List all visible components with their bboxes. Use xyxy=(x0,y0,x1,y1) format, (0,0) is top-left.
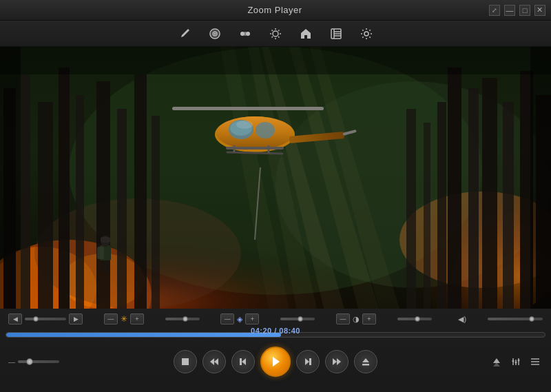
svg-rect-79 xyxy=(182,358,189,365)
volume-icon: — xyxy=(8,358,15,366)
svg-rect-78 xyxy=(530,47,551,309)
svg-marker-87 xyxy=(333,358,337,365)
audio-icon[interactable] xyxy=(205,24,225,43)
color-slider[interactable] xyxy=(280,318,315,320)
center-controls xyxy=(174,347,377,377)
maximize-button[interactable]: □ xyxy=(519,5,530,16)
prev-track-button[interactable] xyxy=(231,350,255,373)
contrast-slider[interactable] xyxy=(397,318,432,320)
svg-marker-89 xyxy=(362,358,369,362)
seek-left-button[interactable]: ◀ xyxy=(8,313,22,324)
svg-rect-76 xyxy=(0,47,551,74)
progress-area: 04:20 / 08:40 xyxy=(6,328,545,342)
svg-line-13 xyxy=(278,37,280,38)
effects-icon[interactable] xyxy=(236,24,255,43)
minimize-button[interactable]: — xyxy=(504,5,515,16)
time-separator: / xyxy=(272,327,280,335)
toolbar xyxy=(0,21,551,47)
svg-line-15 xyxy=(272,37,273,38)
next-track-button[interactable] xyxy=(296,350,320,373)
seek-right-button[interactable]: ▶ xyxy=(69,313,83,324)
contrast-group: — ◑ + xyxy=(336,313,376,324)
progress-fill xyxy=(6,333,281,337)
svg-marker-88 xyxy=(337,358,341,365)
home-icon[interactable] xyxy=(296,24,315,43)
current-time: 04:20 xyxy=(251,327,272,335)
speaker-icon: ◀) xyxy=(458,315,466,324)
svg-line-12 xyxy=(272,30,273,31)
color-group: — ◈ + xyxy=(220,313,259,324)
window-title: Zoom Player xyxy=(247,5,302,15)
close-button[interactable]: ✕ xyxy=(534,5,545,16)
svg-rect-77 xyxy=(0,47,21,309)
playlist-button[interactable] xyxy=(528,354,543,369)
settings-icon[interactable] xyxy=(357,24,376,43)
equalizer-button[interactable] xyxy=(508,354,523,369)
svg-point-6 xyxy=(243,32,247,36)
brightness-increase[interactable]: + xyxy=(130,313,144,324)
seek-group: ◀ ▶ xyxy=(8,313,83,324)
playback-row: — xyxy=(6,344,545,379)
color-increase[interactable]: + xyxy=(245,313,259,324)
brightness-decrease[interactable]: — xyxy=(104,313,118,324)
svg-point-2 xyxy=(214,33,216,34)
svg-point-96 xyxy=(512,360,514,362)
slider-row: ◀ ▶ — ✳ + — ◈ + — ◑ + xyxy=(6,311,545,327)
svg-rect-75 xyxy=(0,47,551,309)
restore-button[interactable]: ⤢ xyxy=(489,5,500,16)
play-button[interactable] xyxy=(260,347,291,377)
right-controls xyxy=(481,354,543,369)
title-bar-controls: ⤢ — □ ✕ xyxy=(489,5,545,16)
video-background xyxy=(0,47,551,309)
svg-marker-84 xyxy=(273,357,280,367)
svg-point-7 xyxy=(273,31,278,37)
brush-icon[interactable] xyxy=(175,24,194,43)
controls-area: ◀ ▶ — ✳ + — ◈ + — ◑ + xyxy=(0,309,551,392)
volume-area: — xyxy=(8,358,70,366)
volume-thumb xyxy=(26,358,33,365)
contrast-decrease[interactable]: — xyxy=(336,313,350,324)
brightness-slider[interactable] xyxy=(165,318,200,320)
svg-marker-82 xyxy=(242,358,246,365)
book-icon[interactable] xyxy=(326,24,346,43)
svg-point-21 xyxy=(364,32,368,36)
title-bar: Zoom Player ⤢ — □ ✕ xyxy=(0,0,551,21)
stop-button[interactable] xyxy=(174,350,197,373)
contrast-thumb xyxy=(415,316,420,322)
svg-rect-86 xyxy=(309,358,311,365)
svg-marker-91 xyxy=(493,358,500,363)
audio-slider[interactable] xyxy=(488,318,543,320)
volume-slider[interactable] xyxy=(18,360,59,363)
contrast-increase[interactable]: + xyxy=(362,313,376,324)
eject-button[interactable] xyxy=(354,350,377,373)
svg-marker-81 xyxy=(214,358,218,365)
color-thumb xyxy=(298,316,303,322)
svg-point-98 xyxy=(518,360,520,362)
rewind-button[interactable] xyxy=(202,350,226,373)
progress-time: 04:20 / 08:40 xyxy=(251,327,300,335)
fast-forward-button[interactable] xyxy=(325,350,349,373)
audio-group: ◀) xyxy=(458,315,466,324)
svg-rect-83 xyxy=(240,358,242,365)
video-area[interactable] xyxy=(0,47,551,309)
svg-point-97 xyxy=(515,362,517,364)
forest-overlay xyxy=(0,47,551,309)
sun-icon: ✳ xyxy=(121,314,127,324)
color-decrease[interactable]: — xyxy=(220,313,234,324)
svg-marker-85 xyxy=(305,358,309,365)
brightness-thumb xyxy=(183,316,188,322)
svg-marker-80 xyxy=(210,358,214,365)
svg-rect-90 xyxy=(362,364,369,366)
seek-slider[interactable] xyxy=(25,318,66,320)
color-icon: ◈ xyxy=(237,315,242,324)
brightness-group: — ✳ + xyxy=(104,313,144,324)
audio-thumb xyxy=(529,316,534,322)
total-time: 08:40 xyxy=(279,327,300,335)
brightness-icon[interactable] xyxy=(266,24,285,43)
seek-thumb xyxy=(33,316,39,322)
contrast-icon: ◑ xyxy=(353,315,360,324)
sort-up-button[interactable] xyxy=(489,354,504,369)
svg-line-14 xyxy=(278,30,280,31)
